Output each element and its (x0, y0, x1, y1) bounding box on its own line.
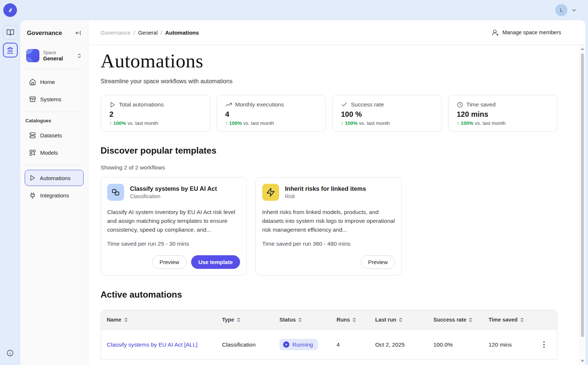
delta-percent: 100% (461, 120, 473, 126)
chevrons-up-down-icon (77, 53, 82, 59)
sidebar-item-models[interactable]: Models (25, 144, 84, 161)
template-card-classify-systems: Classify systems by EU AI Act Classifica… (101, 177, 247, 275)
page-content: Automations Streamline your space workfl… (88, 45, 579, 365)
rail-governance-button[interactable] (3, 43, 18, 57)
table-row: Classify systems by EU AI Act [ALL] Clas… (101, 330, 557, 360)
manage-space-members-label: Manage space members (502, 29, 561, 35)
sidebar-item-integrations[interactable]: Integrations (25, 187, 84, 203)
template-description: Inherit risks from linked models, produc… (262, 208, 395, 234)
sidebar-item-label: Models (40, 150, 58, 156)
column-header-status[interactable]: Status (274, 310, 331, 330)
sidebar-item-label: Datasets (40, 132, 62, 138)
column-header-time-saved[interactable]: Time saved (483, 310, 531, 330)
scroll-down-arrow-icon[interactable] (580, 360, 585, 362)
trending-up-icon (225, 101, 232, 108)
sidebar-item-label: Automations (40, 175, 70, 181)
column-header-success-rate[interactable]: Success rate (427, 310, 483, 330)
templates-heading: Discover popular templates (101, 145, 557, 156)
space-selector[interactable]: Space General (25, 47, 84, 64)
breadcrumb-separator: / (134, 29, 135, 36)
stat-card-total-automations: Total automations 2 ↑ 100% vs. last mont… (101, 95, 210, 132)
space-label: Space (43, 50, 63, 55)
scrollbar-thumb[interactable] (581, 53, 584, 337)
avatar[interactable]: L (555, 4, 567, 16)
automations-table: Name Type Status Runs (101, 310, 557, 360)
sort-icon (298, 317, 302, 323)
template-title: Classify systems by EU AI Act (130, 185, 217, 192)
status-badge[interactable]: Running (279, 339, 318, 350)
delta-percent: 100% (113, 120, 126, 126)
left-rail (0, 20, 20, 365)
sort-icon (469, 317, 472, 323)
column-header-runs[interactable]: Runs (331, 310, 369, 330)
template-category: Classification (130, 193, 217, 199)
use-template-button[interactable]: Use template (191, 255, 240, 269)
stat-label: Success rate (351, 101, 384, 108)
sidebar-item-automations[interactable]: Automations (25, 170, 84, 186)
divider (25, 112, 84, 112)
chevron-down-icon (571, 7, 577, 13)
divider (25, 165, 84, 165)
vertical-scrollbar[interactable] (579, 45, 585, 365)
book-open-icon (6, 28, 14, 36)
rail-docs-button[interactable] (3, 25, 18, 40)
sidebar-item-home[interactable]: Home (25, 74, 84, 90)
sidebar-collapse-button[interactable] (75, 29, 82, 36)
delta-percent: 100% (229, 120, 242, 126)
stat-label: Total automations (119, 101, 164, 108)
stat-card-monthly-executions: Monthly executions 4 ↑ 100% vs. last mon… (216, 95, 326, 132)
info-icon (6, 349, 14, 357)
user-menu[interactable]: L (555, 4, 577, 16)
kebab-icon (543, 341, 545, 348)
main-area: Governance / General / Automations Manag… (88, 20, 585, 365)
automation-success-rate: 100.0% (427, 330, 483, 360)
play-icon (29, 175, 36, 181)
stat-value: 4 (225, 110, 317, 119)
column-header-last-run[interactable]: Last run (369, 310, 427, 330)
breadcrumb-general[interactable]: General (138, 29, 158, 36)
play-icon (109, 102, 116, 108)
delta-up-arrow: ↑ (341, 120, 344, 126)
template-category: Risk (285, 193, 366, 199)
app-window: Governance Space General (20, 20, 585, 365)
stat-value: 2 (109, 110, 201, 119)
grid-plus-icon (29, 149, 36, 156)
info-button[interactable] (0, 349, 20, 357)
app-logo-icon (6, 6, 14, 14)
automation-name-link[interactable]: Classify systems by EU AI Act [ALL] (107, 341, 197, 348)
archive-box-icon (29, 96, 36, 103)
automation-time-saved: 120 mins (483, 330, 531, 360)
sidebar: Governance Space General (20, 20, 88, 365)
sort-icon (237, 317, 240, 323)
delta-up-arrow: ↑ (109, 120, 112, 126)
manage-space-members-button[interactable]: Manage space members (492, 29, 561, 36)
sidebar-item-label: Integrations (40, 192, 69, 199)
delta-note: vs. last month (475, 120, 506, 126)
templates-count: Showing 2 of 2 workflows (101, 164, 557, 171)
delta-up-arrow: ↑ (457, 120, 460, 126)
app-logo[interactable] (3, 3, 17, 17)
home-icon (29, 78, 36, 85)
database-icon (29, 132, 36, 139)
stat-card-time-saved: Time saved 120 mins ↑ 100% vs. last mont… (448, 95, 558, 132)
delta-note: vs. last month (359, 120, 390, 126)
sidebar-item-label: Systems (40, 96, 61, 102)
bolt-icon (262, 184, 279, 201)
stat-label: Monthly executions (235, 101, 284, 108)
sort-icon (124, 317, 128, 323)
page-subtitle: Streamline your space workflows with aut… (101, 78, 557, 85)
column-header-actions (531, 310, 557, 330)
preview-button[interactable]: Preview (361, 255, 395, 269)
shapes-icon (107, 184, 124, 201)
automation-type: Classification (216, 330, 274, 360)
breadcrumb-governance[interactable]: Governance (101, 29, 131, 36)
preview-button[interactable]: Preview (152, 255, 186, 269)
template-time-saved: Time saved per run 360 - 480 mins (262, 241, 395, 247)
sidebar-item-datasets[interactable]: Datasets (25, 127, 84, 143)
scroll-up-arrow-icon[interactable] (580, 48, 585, 50)
column-header-name[interactable]: Name (101, 310, 216, 330)
user-plus-icon (492, 29, 499, 36)
sidebar-item-systems[interactable]: Systems (25, 91, 84, 107)
column-header-type[interactable]: Type (216, 310, 274, 330)
row-menu-button[interactable] (537, 341, 551, 348)
